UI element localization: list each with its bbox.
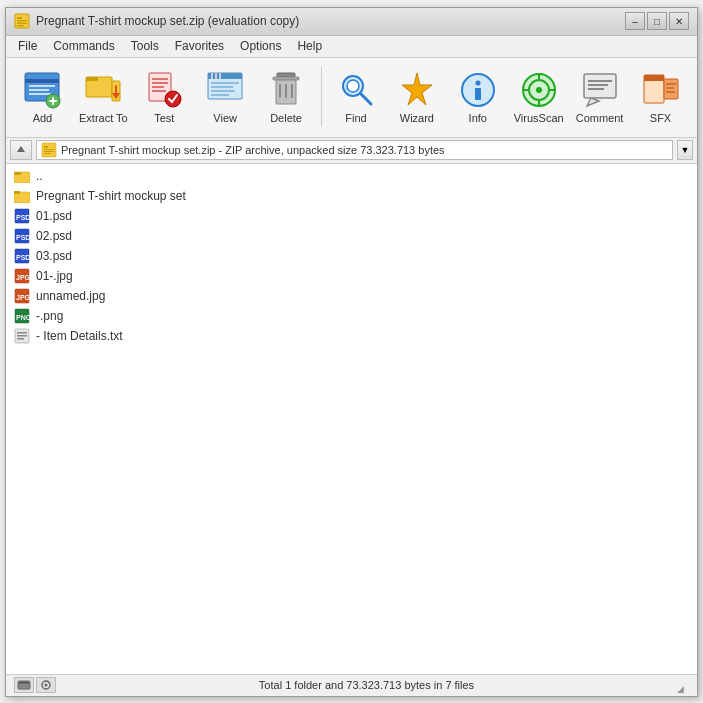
up-button[interactable]: [10, 140, 32, 160]
svg-rect-69: [44, 153, 51, 154]
menu-tools[interactable]: Tools: [123, 37, 167, 55]
resize-grip[interactable]: ◢: [677, 684, 689, 696]
menu-commands[interactable]: Commands: [45, 37, 122, 55]
test-button[interactable]: Test: [136, 62, 193, 132]
delete-icon: [266, 70, 306, 110]
svg-rect-1: [17, 17, 22, 19]
find-button[interactable]: Find: [328, 62, 385, 132]
list-item[interactable]: JPG unnamed.jpg: [6, 286, 697, 306]
view-label: View: [213, 112, 237, 124]
add-button[interactable]: Add: [14, 62, 71, 132]
extract-to-button[interactable]: Extract To: [75, 62, 132, 132]
list-item[interactable]: JPG 01-.jpg: [6, 266, 697, 286]
test-label: Test: [154, 112, 174, 124]
menu-help[interactable]: Help: [289, 37, 330, 55]
svg-rect-29: [211, 82, 239, 84]
svg-marker-42: [402, 73, 432, 105]
comment-icon: [580, 70, 620, 110]
svg-rect-89: [17, 335, 27, 337]
item-name: 03.psd: [36, 249, 72, 263]
list-item[interactable]: Pregnant T-shirt mockup set: [6, 186, 697, 206]
svg-rect-12: [52, 97, 54, 105]
list-item[interactable]: PSD 01.psd: [6, 206, 697, 226]
svg-rect-59: [644, 75, 664, 81]
toolbar: Add Extract To: [6, 58, 697, 138]
svg-rect-26: [211, 73, 213, 79]
address-text: Pregnant T-shirt mockup set.zip - ZIP ar…: [61, 144, 445, 156]
delete-label: Delete: [270, 112, 302, 124]
menu-file[interactable]: File: [10, 37, 45, 55]
title-bar: Pregnant T-shirt mockup set.zip (evaluat…: [6, 8, 697, 36]
svg-text:PNG: PNG: [16, 314, 30, 321]
svg-rect-92: [19, 682, 29, 684]
svg-text:PSD: PSD: [16, 254, 30, 261]
list-item[interactable]: PSD 03.psd: [6, 246, 697, 266]
maximize-button[interactable]: □: [647, 12, 667, 30]
sfx-button[interactable]: SFX: [632, 62, 689, 132]
item-name: Pregnant T-shirt mockup set: [36, 189, 186, 203]
close-button[interactable]: ✕: [669, 12, 689, 30]
svg-rect-30: [211, 86, 233, 88]
delete-button[interactable]: Delete: [258, 62, 315, 132]
window-controls: – □ ✕: [625, 12, 689, 30]
add-label: Add: [33, 112, 53, 124]
info-label: Info: [469, 112, 487, 124]
item-name: ..: [36, 169, 43, 183]
menu-favorites[interactable]: Favorites: [167, 37, 232, 55]
list-item[interactable]: PSD 02.psd: [6, 226, 697, 246]
svg-point-40: [347, 80, 359, 92]
find-label: Find: [345, 112, 366, 124]
comment-button[interactable]: Comment: [571, 62, 628, 132]
svg-rect-45: [475, 88, 481, 100]
extract-to-label: Extract To: [79, 112, 128, 124]
svg-rect-2: [17, 20, 27, 22]
jpg-icon: JPG: [14, 288, 30, 304]
wizard-button[interactable]: Wizard: [388, 62, 445, 132]
item-name: 02.psd: [36, 229, 72, 243]
list-item[interactable]: PNG -.png: [6, 306, 697, 326]
virusscan-button[interactable]: VirusScan: [510, 62, 567, 132]
sfx-icon: [641, 70, 681, 110]
toolbar-sep-1: [321, 67, 322, 127]
svg-rect-27: [215, 73, 217, 79]
svg-rect-20: [152, 82, 168, 84]
svg-rect-8: [29, 89, 49, 91]
svg-rect-37: [285, 84, 287, 98]
status-left: [14, 677, 56, 693]
svg-rect-54: [588, 80, 612, 82]
address-bar: Pregnant T-shirt mockup set.zip - ZIP ar…: [6, 138, 697, 164]
comment-label: Comment: [576, 112, 624, 124]
app-icon: [14, 13, 30, 29]
jpg-icon: JPG: [14, 268, 30, 284]
wizard-label: Wizard: [400, 112, 434, 124]
zip-path-icon: [41, 142, 57, 158]
psd-icon: PSD: [14, 228, 30, 244]
menu-options[interactable]: Options: [232, 37, 289, 55]
svg-rect-67: [44, 149, 54, 150]
svg-rect-6: [25, 79, 59, 83]
svg-rect-33: [277, 73, 295, 77]
parent-folder-icon: [14, 168, 30, 184]
address-dropdown[interactable]: ▼: [677, 140, 693, 160]
minimize-button[interactable]: –: [625, 12, 645, 30]
svg-marker-57: [587, 98, 599, 106]
status-bar: Total 1 folder and 73.323.713 bytes in 7…: [6, 674, 697, 696]
svg-rect-90: [17, 338, 24, 340]
svg-rect-22: [152, 90, 166, 92]
svg-rect-28: [219, 73, 221, 79]
svg-rect-38: [291, 84, 293, 98]
list-item[interactable]: ..: [6, 166, 697, 186]
svg-rect-61: [666, 83, 676, 85]
status-icons: [14, 677, 56, 693]
svg-rect-56: [588, 88, 604, 90]
svg-rect-32: [211, 94, 229, 96]
svg-text:PSD: PSD: [16, 234, 30, 241]
view-button[interactable]: View: [197, 62, 254, 132]
svg-rect-21: [152, 86, 164, 88]
info-button[interactable]: Info: [449, 62, 506, 132]
psd-icon: PSD: [14, 248, 30, 264]
address-path: Pregnant T-shirt mockup set.zip - ZIP ar…: [36, 140, 673, 160]
status-icon-1: [14, 677, 34, 693]
list-item[interactable]: - Item Details.txt: [6, 326, 697, 346]
txt-icon: [14, 328, 30, 344]
